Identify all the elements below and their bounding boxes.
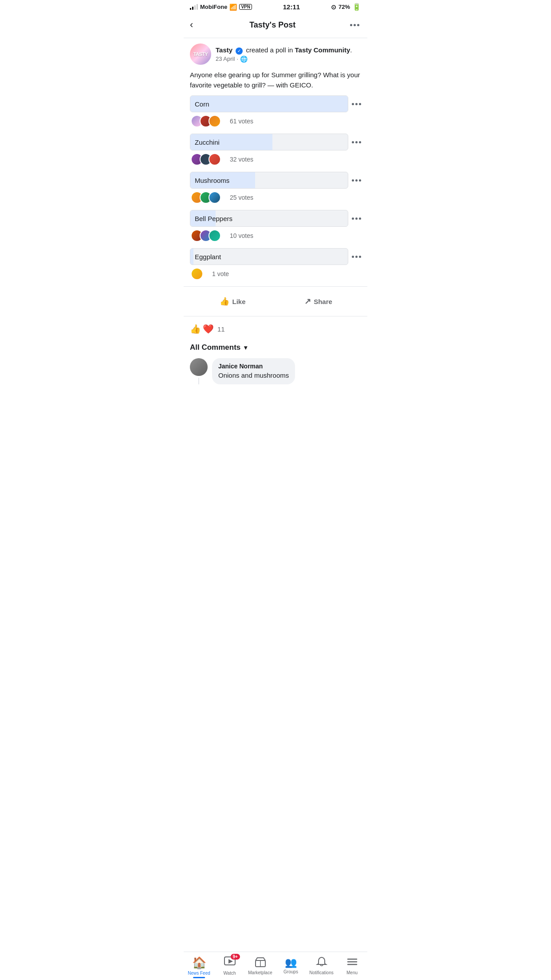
comment-content: Janice Norman Onions and mushrooms (212, 358, 295, 384)
verified-badge: ✓ (236, 47, 243, 55)
status-left: MobiFone 📶 VPN (190, 4, 252, 11)
poll-option-more[interactable] (352, 179, 361, 182)
reaction-count: 11 (217, 325, 225, 333)
share-button[interactable]: ↗ Share (276, 292, 361, 311)
poll-option-corn: Corn 61 votes (190, 95, 361, 127)
status-time: 12:11 (283, 3, 300, 11)
vote-count[interactable]: 25 votes (230, 194, 253, 201)
poll-bar-wrapper[interactable]: Bell Peppers (190, 210, 348, 227)
poll-option-label: Eggplant (190, 249, 348, 265)
author-info: Tasty ✓ created a poll in Tasty Communit… (216, 46, 361, 63)
community-name[interactable]: Tasty Community (295, 46, 350, 54)
comment-thread-line (198, 378, 199, 384)
globe-icon: 🌐 (240, 55, 248, 63)
period: . (350, 46, 352, 54)
vote-avatar (209, 153, 221, 166)
status-bar: MobiFone 📶 VPN 12:11 ⊙ 72% 🔋 (184, 0, 367, 13)
post-actions: 👍 Like ↗ Share (184, 290, 367, 312)
signal-bars (190, 4, 198, 10)
chevron-down-icon: ▾ (244, 344, 247, 351)
post-action: created a poll in (246, 46, 295, 54)
vote-count[interactable]: 1 vote (212, 270, 229, 277)
poll-option-bellpeppers: Bell Peppers 10 votes (190, 210, 361, 242)
vote-avatar (209, 191, 221, 204)
page-title: Tasty's Post (249, 20, 295, 30)
vote-count[interactable]: 61 votes (230, 118, 253, 125)
carrier-label: MobiFone (200, 4, 227, 10)
reactions-row[interactable]: 👍 ❤️ 11 (184, 320, 367, 338)
share-icon: ↗ (304, 296, 311, 306)
comment-text: Onions and mushrooms (218, 371, 289, 380)
more-dot (357, 24, 359, 26)
status-right: ⊙ 72% 🔋 (331, 3, 361, 11)
poll-votes-row: 25 votes (190, 191, 361, 204)
poll-option-more[interactable] (352, 141, 361, 143)
poll-option-label: Mushrooms (190, 172, 348, 189)
vote-avatars (191, 115, 221, 127)
comment-container: Janice Norman Onions and mushrooms (184, 356, 367, 389)
poll-option-more[interactable] (352, 217, 361, 220)
heart-reaction: ❤️ (203, 324, 214, 334)
poll-option-more[interactable] (352, 256, 361, 258)
author-avatar[interactable]: TASTY (190, 43, 211, 65)
poll-option-more[interactable] (352, 103, 361, 105)
all-comments-header[interactable]: All Comments ▾ (184, 338, 367, 356)
post-date: 23 April (216, 55, 235, 62)
wifi-icon: 📶 (229, 4, 237, 11)
back-button[interactable]: ‹ (190, 17, 197, 32)
vote-avatar (209, 115, 221, 127)
poll-bar-wrapper[interactable]: Eggplant (190, 248, 348, 265)
vote-avatar (209, 229, 221, 242)
more-dot (354, 24, 356, 26)
divider (184, 316, 367, 316)
battery-icon: 🔋 (352, 3, 361, 11)
poll-option-label: Bell Peppers (190, 210, 348, 227)
poll-bar-row: Eggplant (190, 248, 361, 265)
author-meta: 23 April · 🌐 (216, 55, 361, 63)
poll-option-label: Corn (190, 96, 348, 112)
poll-option-mushrooms: Mushrooms 25 votes (190, 172, 361, 204)
comment-bubble: Janice Norman Onions and mushrooms (212, 358, 295, 384)
divider (184, 286, 367, 287)
poll-bar-row: Bell Peppers (190, 210, 361, 227)
poll-bar-row: Mushrooms (190, 172, 361, 189)
poll-option-label: Zucchini (190, 134, 348, 150)
settings-icon: ⊙ (331, 4, 336, 11)
page-header: ‹ Tasty's Post (184, 13, 367, 38)
like-icon: 👍 (220, 296, 229, 306)
post-author: TASTY Tasty ✓ created a poll in Tasty Co… (184, 38, 367, 68)
commenter-avatar[interactable] (190, 358, 208, 376)
author-name-line: Tasty ✓ created a poll in Tasty Communit… (216, 46, 361, 55)
share-label: Share (314, 298, 332, 305)
poll-option-zucchini: Zucchini 32 votes (190, 134, 361, 166)
vote-avatar (191, 268, 203, 280)
more-dot (350, 24, 352, 26)
poll-votes-row: 1 vote (190, 268, 361, 280)
poll-bar-wrapper[interactable]: Corn (190, 95, 348, 112)
vpn-badge: VPN (239, 4, 252, 10)
poll-bar-row: Corn (190, 95, 361, 112)
vote-count[interactable]: 32 votes (230, 156, 253, 163)
poll-votes-row: 32 votes (190, 153, 361, 166)
vote-count[interactable]: 10 votes (230, 232, 253, 239)
more-options-button[interactable] (348, 22, 361, 28)
like-label: Like (232, 298, 245, 305)
poll-container: Corn 61 votes (184, 95, 367, 280)
vote-avatars (191, 153, 221, 166)
poll-bar-wrapper[interactable]: Mushrooms (190, 172, 348, 189)
author-name[interactable]: Tasty (216, 46, 232, 54)
poll-votes-row: 61 votes (190, 115, 361, 127)
vote-avatars (191, 268, 203, 280)
poll-bar-wrapper[interactable]: Zucchini (190, 134, 348, 150)
comment-author-name[interactable]: Janice Norman (218, 363, 289, 370)
vote-avatars (191, 229, 221, 242)
vote-avatars (191, 191, 221, 204)
battery-percent: 72% (338, 4, 350, 10)
like-reaction: 👍 (190, 324, 201, 334)
all-comments-label: All Comments (190, 343, 240, 352)
poll-votes-row: 10 votes (190, 229, 361, 242)
poll-bar-row: Zucchini (190, 134, 361, 150)
post-body-text: Anyone else gearing up for Summer grilli… (190, 71, 360, 89)
like-button[interactable]: 👍 Like (190, 292, 276, 311)
post-text: Anyone else gearing up for Summer grilli… (184, 68, 367, 95)
